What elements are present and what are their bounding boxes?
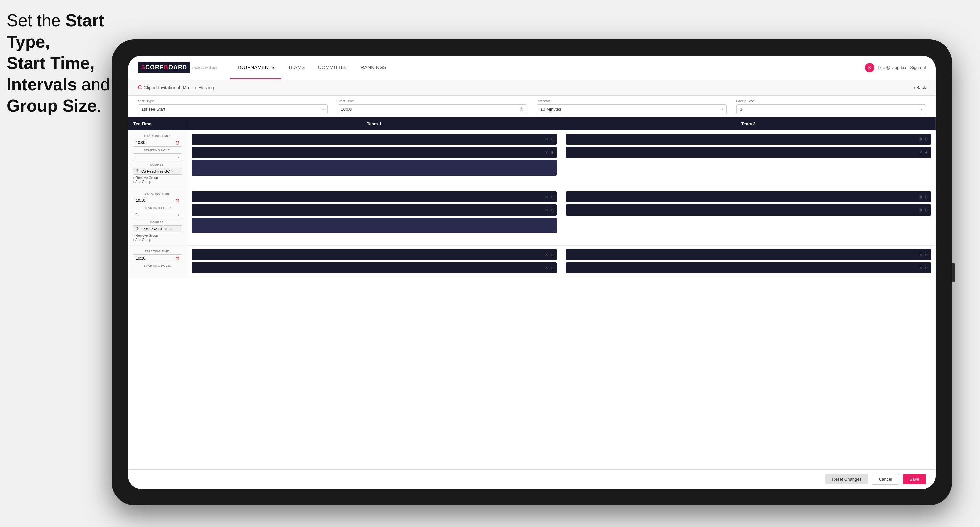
player-expand-icon[interactable]: ⊕ xyxy=(550,195,554,199)
course-icon-2: 🏌 xyxy=(135,227,140,231)
player-row: ✕ ⊕ xyxy=(192,262,557,273)
more-course-1[interactable]: … xyxy=(175,169,178,173)
player-expand-icon[interactable]: ⊕ xyxy=(925,195,928,199)
player-row: ✕ ⊕ xyxy=(192,249,557,260)
nav-right: B blair@clippd.io Sign out xyxy=(865,63,926,72)
player-remove-icon[interactable]: ✕ xyxy=(919,266,922,270)
remove-course-2[interactable]: ✕ xyxy=(165,227,167,231)
player-expand-icon[interactable]: ⊕ xyxy=(550,137,554,141)
player-remove-icon[interactable]: ✕ xyxy=(919,195,922,199)
nav-links: TOURNAMENTS TEAMS COMMITTEE RANKINGS xyxy=(230,56,865,79)
tablet-screen: SCOREBOARD Powered by clipp'd TOURNAMENT… xyxy=(128,56,935,489)
nav-tournaments[interactable]: TOURNAMENTS xyxy=(230,56,282,79)
group-left-1: STARTING TIME: 10:00 ⏰ STARTING HOLE: 1 … xyxy=(128,130,187,188)
player-expand-icon[interactable]: ⊕ xyxy=(925,208,928,212)
start-type-select[interactable]: 1st Tee Start ▾ xyxy=(138,104,328,114)
player-remove-icon[interactable]: ✕ xyxy=(545,195,548,199)
intervals-label: Intervals xyxy=(537,99,727,103)
controls-row: Start Type 1st Tee Start ▾ Start Time 10… xyxy=(128,96,935,117)
player-row: ✕ ⊕ xyxy=(566,205,931,216)
th-team1: Team 1 xyxy=(187,117,562,130)
group-row: STARTING TIME: 10:20 ⏰ STARTING HOLE: ✕ … xyxy=(128,246,935,277)
player-expand-icon[interactable]: ⊕ xyxy=(925,150,928,154)
group-left-3: STARTING TIME: 10:20 ⏰ STARTING HOLE: xyxy=(128,246,187,277)
nav-committee[interactable]: COMMITTEE xyxy=(312,56,354,79)
start-time-value: 10:00 xyxy=(341,106,352,111)
remove-course-1[interactable]: ✕ xyxy=(171,169,174,173)
course-name-1: (A) Peachtree GC xyxy=(141,169,170,173)
tablet-side-button xyxy=(952,262,955,282)
player-remove-icon[interactable]: ✕ xyxy=(919,137,922,141)
breadcrumb-section: Hosting xyxy=(198,85,214,90)
start-type-label: Start Type xyxy=(138,99,328,103)
starting-hole-label-1: STARTING HOLE: xyxy=(133,149,182,152)
player-row: ✕ ⊕ xyxy=(566,191,931,202)
player-remove-icon[interactable]: ✕ xyxy=(545,208,548,212)
player-remove-icon[interactable]: ✕ xyxy=(919,150,922,154)
player-remove-icon[interactable]: ✕ xyxy=(545,266,548,270)
intervals-select[interactable]: 10 Minutes ▾ xyxy=(537,104,727,114)
chevron-down-icon-2: ▾ xyxy=(721,107,723,111)
sub-header: C Clippd Invitational (Mo... › Hosting ‹… xyxy=(128,79,935,96)
remove-group-2[interactable]: ○Remove Group xyxy=(133,233,182,237)
course-tag-1: 🏌 (A) Peachtree GC ✕ … xyxy=(133,168,182,175)
group-size-select[interactable]: 3 ▾ xyxy=(737,104,926,114)
intervals-value: 10 Minutes xyxy=(540,106,562,111)
player-remove-icon[interactable]: ✕ xyxy=(919,253,922,257)
player-row: ✕ ⊕ xyxy=(192,147,557,158)
time-input-3[interactable]: 10:20 ⏰ xyxy=(133,254,182,262)
team2-cell-3: ✕ ⊕ ✕ ⊕ xyxy=(562,246,935,277)
logo-area: SCOREBOARD Powered by clipp'd xyxy=(138,62,217,73)
table-header: Tee Time Team 1 Team 2 xyxy=(128,117,935,130)
time-input-1[interactable]: 10:00 ⏰ xyxy=(133,139,182,147)
footer-bar: Reset Changes Cancel Save xyxy=(128,469,935,489)
player-expand-icon[interactable]: ⊕ xyxy=(550,266,554,270)
player-expand-icon[interactable]: ⊕ xyxy=(550,150,554,154)
hole-select-1[interactable]: 1 ▾ xyxy=(133,153,182,161)
start-time-group: Start Time 10:00 🕐 xyxy=(337,99,527,114)
start-type-value: 1st Tee Start xyxy=(142,106,165,111)
cancel-button[interactable]: Cancel xyxy=(872,474,899,485)
player-remove-icon[interactable]: ✕ xyxy=(545,137,548,141)
back-button[interactable]: ‹ Back xyxy=(914,85,926,90)
player-row: ✕ ⊕ xyxy=(566,147,931,158)
remove-group-1[interactable]: ○Remove Group xyxy=(133,176,182,179)
team2-cell-2: ✕ ⊕ ✕ ⊕ xyxy=(562,188,935,246)
player-remove-icon[interactable]: ✕ xyxy=(545,253,548,257)
player-remove-icon[interactable]: ✕ xyxy=(545,150,548,154)
player-expand-icon[interactable]: ⊕ xyxy=(925,266,928,270)
hole-select-2[interactable]: 1 ▾ xyxy=(133,211,182,219)
nav-teams[interactable]: TEAMS xyxy=(282,56,312,79)
group-size-value: 3 xyxy=(740,106,742,111)
reset-changes-button[interactable]: Reset Changes xyxy=(826,474,868,484)
player-expand-icon[interactable]: ⊕ xyxy=(925,137,928,141)
time-input-2[interactable]: 10:10 ⏰ xyxy=(133,197,182,205)
nav-rankings[interactable]: RANKINGS xyxy=(354,56,393,79)
sign-out-link[interactable]: Sign out xyxy=(910,65,926,70)
start-time-select[interactable]: 10:00 🕐 xyxy=(337,104,527,114)
player-expand-icon[interactable]: ⊕ xyxy=(550,253,554,257)
add-group-2[interactable]: + Add Group xyxy=(133,238,182,241)
player-row: ✕ ⊕ xyxy=(192,191,557,202)
starting-time-label-1: STARTING TIME: xyxy=(133,134,182,138)
clock-icon-2: ⏰ xyxy=(175,199,179,202)
starting-time-label-2: STARTING TIME: xyxy=(133,192,182,195)
save-button[interactable]: Save xyxy=(903,474,926,484)
breadcrumb: C Clippd Invitational (Mo... › Hosting xyxy=(138,85,914,90)
group-row: STARTING TIME: 10:00 ⏰ STARTING HOLE: 1 … xyxy=(128,130,935,188)
annotation-text: Set the Start Type,Start Time,Intervals … xyxy=(6,10,111,116)
chevron-down-icon-4: ▾ xyxy=(178,156,179,159)
player-expand-icon[interactable]: ⊕ xyxy=(550,208,554,212)
more-course-2[interactable]: … xyxy=(169,227,172,231)
player-row: ✕ ⊕ xyxy=(192,205,557,216)
player-expand-icon[interactable]: ⊕ xyxy=(925,253,928,257)
intervals-group: Intervals 10 Minutes ▾ xyxy=(537,99,727,114)
breadcrumb-logo: C xyxy=(138,85,142,90)
breadcrumb-tournament[interactable]: Clippd Invitational (Mo... xyxy=(144,85,193,90)
player-remove-icon[interactable]: ✕ xyxy=(919,208,922,212)
group-left-2: STARTING TIME: 10:10 ⏰ STARTING HOLE: 1 … xyxy=(128,188,187,246)
add-group-1[interactable]: + Add Group xyxy=(133,180,182,184)
player-row: ✕ ⊕ xyxy=(566,249,931,260)
logo-b: B xyxy=(164,64,169,71)
player-row xyxy=(192,217,557,233)
